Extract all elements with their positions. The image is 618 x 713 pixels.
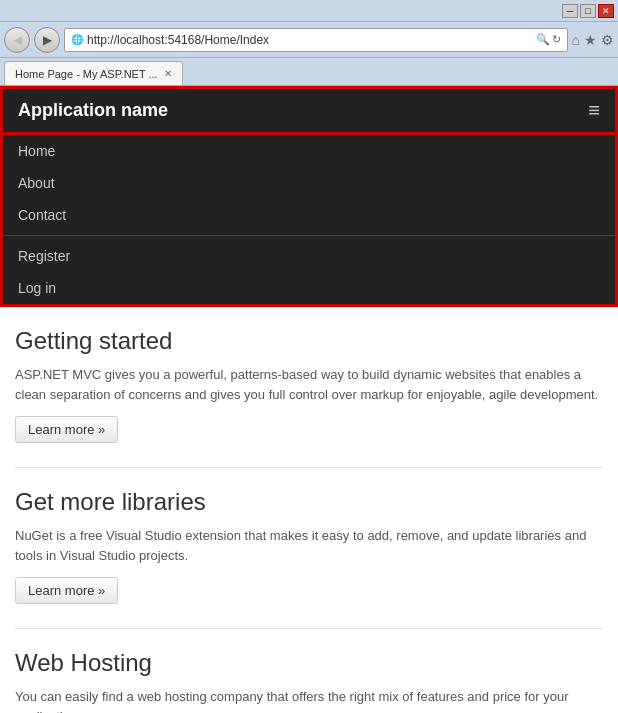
navbar-brand[interactable]: Application name (18, 100, 168, 121)
search-icon[interactable]: 🔍 (536, 33, 550, 46)
getting-started-title: Getting started (15, 327, 603, 355)
title-bar-buttons: ─ □ ✕ (562, 4, 614, 18)
web-hosting-section: Web Hosting You can easily find a web ho… (15, 649, 603, 713)
nav-link-home[interactable]: Home (3, 135, 615, 167)
web-hosting-title: Web Hosting (15, 649, 603, 677)
getting-started-section: Getting started ASP.NET MVC gives you a … (15, 327, 603, 443)
get-more-libraries-text: NuGet is a free Visual Studio extension … (15, 526, 603, 565)
address-icon: 🌐 (71, 34, 83, 45)
back-button[interactable]: ◀ (4, 27, 30, 53)
minimize-button[interactable]: ─ (562, 4, 578, 18)
web-hosting-text: You can easily find a web hosting compan… (15, 687, 603, 713)
settings-icon[interactable]: ⚙ (601, 32, 614, 48)
nav-link-about[interactable]: About (3, 167, 615, 199)
nav-divider (3, 235, 615, 236)
tab-close-icon[interactable]: ✕ (164, 68, 172, 79)
browser-window: ─ □ ✕ ◀ ▶ 🌐 http://localhost:54168/Home/… (0, 0, 618, 713)
refresh-icon[interactable]: ↻ (552, 33, 561, 46)
navbar: Application name ≡ Home About Contact Re… (0, 86, 618, 307)
favorites-icon[interactable]: ★ (584, 32, 597, 48)
nav-item-contact[interactable]: Contact (3, 199, 615, 231)
navbar-toggle-button[interactable]: ≡ (588, 99, 600, 122)
navbar-nav: Home About Contact Register Log in (0, 135, 618, 307)
address-bar[interactable]: 🌐 http://localhost:54168/Home/Index 🔍 ↻ (64, 28, 568, 52)
nav-item-about[interactable]: About (3, 167, 615, 199)
getting-started-text: ASP.NET MVC gives you a powerful, patter… (15, 365, 603, 404)
tab-bar: Home Page - My ASP.NET ... ✕ (0, 58, 618, 86)
nav-link-login[interactable]: Log in (3, 272, 615, 304)
divider-1 (15, 467, 603, 468)
address-actions: 🔍 ↻ (536, 33, 561, 46)
nav-link-contact[interactable]: Contact (3, 199, 615, 231)
get-more-libraries-title: Get more libraries (15, 488, 603, 516)
getting-started-learn-more-button[interactable]: Learn more » (15, 416, 118, 443)
toolbar: ◀ ▶ 🌐 http://localhost:54168/Home/Index … (0, 22, 618, 58)
maximize-button[interactable]: □ (580, 4, 596, 18)
get-more-libraries-learn-more-button[interactable]: Learn more » (15, 577, 118, 604)
tab-label: Home Page - My ASP.NET ... (15, 68, 158, 80)
title-bar: ─ □ ✕ (0, 0, 618, 22)
home-icon[interactable]: ⌂ (572, 32, 580, 48)
url-text: http://localhost:54168/Home/Index (87, 33, 532, 47)
nav-item-home[interactable]: Home (3, 135, 615, 167)
navbar-header: Application name ≡ (0, 86, 618, 135)
close-button[interactable]: ✕ (598, 4, 614, 18)
active-tab[interactable]: Home Page - My ASP.NET ... ✕ (4, 61, 183, 85)
divider-2 (15, 628, 603, 629)
main-content: Getting started ASP.NET MVC gives you a … (0, 307, 618, 713)
page-content: Application name ≡ Home About Contact Re… (0, 86, 618, 713)
nav-item-register[interactable]: Register (3, 240, 615, 272)
nav-link-register[interactable]: Register (3, 240, 615, 272)
forward-button[interactable]: ▶ (34, 27, 60, 53)
nav-item-login[interactable]: Log in (3, 272, 615, 304)
get-more-libraries-section: Get more libraries NuGet is a free Visua… (15, 488, 603, 604)
